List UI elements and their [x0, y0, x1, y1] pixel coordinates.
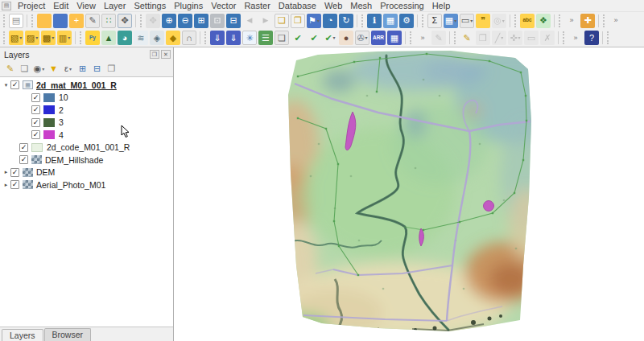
help-contents-button[interactable]: ?: [584, 31, 599, 45]
layer-visibility-checkbox[interactable]: ✓: [31, 130, 40, 139]
pan-map-button[interactable]: ✥: [118, 14, 132, 28]
new-3d-map-view-button[interactable]: ❐: [291, 14, 305, 28]
processing-toolbox-button[interactable]: ⚙: [399, 14, 414, 28]
new-map-view-button[interactable]: ❏: [275, 14, 289, 28]
open-attribute-table-button[interactable]: ▦▾: [444, 14, 458, 28]
map-canvas[interactable]: [174, 47, 644, 341]
layer-tree-item-dem[interactable]: ▸✓DEM: [0, 166, 173, 179]
layer-tree-item-dem-hillshade[interactable]: ✓DEM_Hillshade: [0, 154, 173, 166]
expander-icon[interactable]: ▸: [2, 169, 10, 175]
layer-visibility-checkbox[interactable]: ✓: [31, 93, 40, 102]
recycle-plugin-button[interactable]: ◕: [118, 31, 132, 45]
layer-visibility-checkbox[interactable]: ✓: [10, 80, 19, 89]
layer-visibility-checkbox[interactable]: ✓: [10, 168, 19, 177]
identify-features-button[interactable]: ℹ: [367, 14, 382, 28]
measure-button[interactable]: ▭▾: [460, 14, 474, 28]
menu-raster[interactable]: Raster: [240, 1, 274, 10]
zoom-full-button[interactable]: ⊞: [194, 14, 208, 28]
filter-legend-button[interactable]: ▼: [47, 62, 60, 76]
layer-visibility-checkbox[interactable]: ✓: [31, 118, 40, 127]
expander-icon[interactable]: ▾: [2, 82, 10, 88]
project-properties-button[interactable]: ✎: [85, 14, 100, 28]
scroll-plugin-button[interactable]: ≋: [134, 31, 148, 45]
expand-all-button[interactable]: ⊞: [76, 62, 89, 76]
menu-mesh[interactable]: Mesh: [346, 1, 376, 10]
toggle-editing-button[interactable]: ✎: [460, 31, 474, 45]
menu-view[interactable]: View: [72, 1, 100, 10]
open-layer-styling-button[interactable]: ✎: [3, 62, 17, 76]
map-tips-button[interactable]: ❞: [476, 14, 490, 28]
layer-visibility-checkbox[interactable]: ✓: [31, 105, 40, 114]
animal-plugin-button[interactable]: ●: [339, 31, 353, 45]
layer-tree-item-2d-code-m01-001-r[interactable]: ✓2d_code_M01_001_R: [0, 142, 173, 154]
tcf-tool-button[interactable]: ✳: [242, 31, 257, 45]
tab-layers[interactable]: Layers: [2, 329, 43, 341]
remove-layer-button[interactable]: ❐: [105, 62, 118, 76]
show-sum-button[interactable]: Σ: [427, 14, 442, 28]
terrain-plugin-button[interactable]: ▲: [101, 31, 116, 45]
add-group-button[interactable]: ❏: [18, 62, 31, 76]
select-features-by-form-button[interactable]: ▨▾: [25, 31, 39, 45]
open-project-button[interactable]: [37, 14, 52, 28]
layer-tree-item-2d-mat-m01-001-r[interactable]: ▾✓▦2d_mat_M01_001_R: [0, 79, 173, 92]
zoom-out-button[interactable]: ⊖: [178, 14, 192, 28]
layer-visibility-checkbox[interactable]: ✓: [19, 155, 28, 164]
new-project-button[interactable]: ▤: [9, 14, 23, 28]
python-console-button[interactable]: Py: [85, 31, 100, 45]
add-layer-button[interactable]: ✚: [580, 14, 595, 28]
menu-help[interactable]: Help: [428, 1, 455, 10]
filter-by-expression-button[interactable]: ε ▾: [61, 62, 75, 76]
cube-plugin-button[interactable]: ◆: [166, 31, 180, 45]
menu-processing[interactable]: Processing: [376, 1, 427, 10]
check-tool-1-button[interactable]: ✔: [291, 31, 305, 45]
manage-map-themes-button[interactable]: ◉ ▾: [32, 62, 46, 76]
temporal-controller-button[interactable]: ◔: [323, 14, 337, 28]
toolbar-overflow-1-button[interactable]: »: [564, 14, 579, 28]
style-manager-button[interactable]: ∷: [101, 14, 116, 28]
tab-browser[interactable]: Browser: [44, 328, 92, 341]
layer-visibility-checkbox[interactable]: ✓: [19, 143, 28, 152]
layer-tree-item-3[interactable]: ✓3: [0, 117, 173, 129]
spatial-bookmarks-button[interactable]: ⚑▾: [307, 14, 321, 28]
deselect-features-button[interactable]: ▥▾: [57, 31, 72, 45]
select-features-button[interactable]: ▧▾: [9, 31, 23, 45]
save-project-as-button[interactable]: +: [69, 14, 84, 28]
import-tool-2-button[interactable]: ⇓: [226, 31, 241, 45]
toolbar-overflow-2-button[interactable]: »: [609, 14, 623, 28]
float-panel-button[interactable]: ❐: [150, 50, 159, 59]
attachment-tool-button[interactable]: ✇▾: [355, 31, 369, 45]
menu-edit[interactable]: Edit: [49, 1, 72, 10]
layer-stack-tool-button[interactable]: ☰: [258, 31, 273, 45]
toolbar-overflow-4-button[interactable]: »: [568, 31, 583, 45]
layer-tree-item-2[interactable]: ✓2: [0, 104, 173, 117]
toolbar-overflow-3-button[interactable]: »: [415, 31, 430, 45]
layer-tree-item-10[interactable]: ✓10: [0, 92, 173, 105]
arch-plugin-button[interactable]: ∩: [182, 31, 196, 45]
menu-database[interactable]: Database: [275, 1, 320, 10]
blue-grid-tool-button[interactable]: ▦: [387, 31, 402, 45]
layer-tree-item-aerial-photo-m01[interactable]: ▸✓Aerial_Photo_M01: [0, 179, 173, 191]
select-by-expression-button[interactable]: ▩▾: [41, 31, 56, 45]
arr-tool-button[interactable]: ARR: [371, 31, 386, 45]
refresh-map-button[interactable]: ↻: [339, 14, 353, 28]
expander-icon[interactable]: ▸: [2, 182, 10, 188]
menu-layer[interactable]: Layer: [100, 1, 130, 10]
menu-web[interactable]: Web: [320, 1, 346, 10]
layer-label-colors-button[interactable]: ❖: [536, 14, 551, 28]
collapse-all-button[interactable]: ⊟: [90, 62, 104, 76]
check-tool-2-button[interactable]: ✔: [307, 31, 321, 45]
zoom-in-button[interactable]: ⊕: [162, 14, 176, 28]
menu-plugins[interactable]: Plugins: [170, 1, 207, 10]
check-tool-3-button[interactable]: ✔▾: [323, 31, 337, 45]
statistical-summary-button[interactable]: ▦: [383, 14, 398, 28]
close-panel-button[interactable]: ✕: [161, 50, 171, 59]
menu-settings[interactable]: Settings: [130, 1, 170, 10]
save-project-button[interactable]: [53, 14, 68, 28]
menu-vector[interactable]: Vector: [207, 1, 240, 10]
menu-project[interactable]: Project: [14, 1, 49, 10]
map-window-tool-button[interactable]: ❏: [275, 31, 289, 45]
label-toolbar-button[interactable]: abc: [520, 14, 535, 28]
layer-tree-item-4[interactable]: ✓4: [0, 129, 173, 142]
zoom-to-layer-button[interactable]: ⊟: [226, 14, 241, 28]
import-tool-1-button[interactable]: ⇓: [210, 31, 225, 45]
